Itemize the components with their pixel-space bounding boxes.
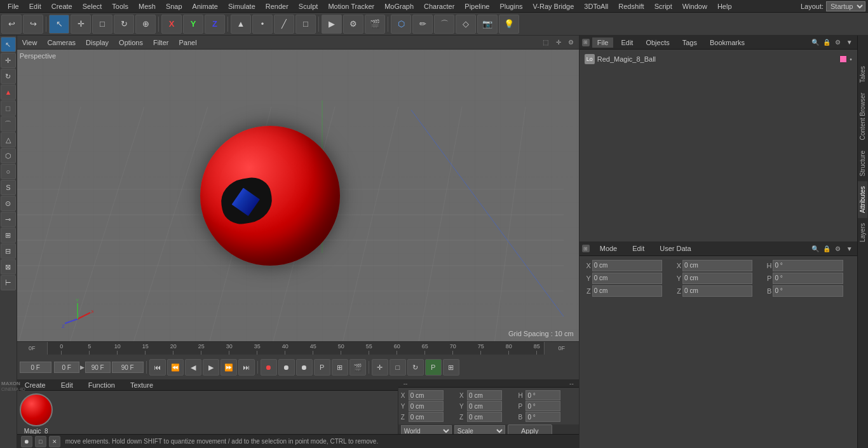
material-item[interactable]: Magic_8 [20, 393, 53, 435]
start-frame-input[interactable] [20, 362, 51, 373]
menu-select[interactable]: Select [78, 0, 107, 13]
attr-search-icon[interactable]: 🔍 [810, 243, 820, 254]
play-backward-button[interactable]: ◀ [185, 359, 201, 376]
sidebar-obj-btn[interactable]: ○ [1, 164, 16, 179]
scale-key-button[interactable]: □ [390, 359, 406, 376]
step-forward-button[interactable]: ⏩ [220, 359, 237, 376]
objects-tab-edit[interactable]: Edit [616, 37, 638, 48]
vtab-content-browser[interactable]: Content Browser [858, 88, 867, 145]
viewport-menu-display[interactable]: Display [83, 39, 111, 46]
x-size-input[interactable] [467, 390, 502, 400]
attr-y1-input[interactable] [592, 273, 662, 284]
menu-tools[interactable]: Tools [107, 0, 133, 13]
attr-settings-icon[interactable]: ⚙ [833, 243, 843, 254]
spline-tool-button[interactable]: ⌒ [434, 15, 454, 34]
total-frames-input[interactable] [112, 362, 144, 373]
camera-button[interactable]: 📷 [477, 15, 498, 34]
sidebar-select-btn[interactable]: ↖ [1, 37, 16, 52]
z-pos-input[interactable] [409, 412, 444, 422]
objects-collapse-icon[interactable]: ▼ [844, 37, 855, 48]
objects-tab-tags[interactable]: Tags [677, 37, 702, 48]
sidebar-mat-btn[interactable]: ⊠ [1, 259, 16, 275]
sidebar-triangle-btn[interactable]: ▲ [1, 85, 16, 100]
viewport[interactable]: View Cameras Display Options Filter Pane… [17, 36, 579, 341]
attr-tab-edit[interactable]: Edit [627, 243, 649, 254]
object-extra-dots[interactable]: • [850, 56, 852, 63]
objects-search-icon[interactable]: 🔍 [810, 37, 820, 48]
preview-button[interactable]: 🎬 [349, 359, 366, 376]
sidebar-move-btn[interactable]: ✛ [1, 53, 16, 68]
menu-file[interactable]: File [3, 0, 24, 13]
menu-mograph[interactable]: MoGraph [379, 0, 419, 13]
status-icon-record[interactable]: ⏺ [21, 436, 32, 447]
light-button[interactable]: 💡 [499, 15, 519, 34]
go-start-button[interactable]: ⏮ [149, 359, 166, 376]
attr-x1-input[interactable] [592, 260, 662, 271]
universal-button[interactable]: ⊕ [135, 15, 156, 34]
menu-render[interactable]: Render [261, 0, 294, 13]
z-axis-button[interactable]: Z [205, 15, 225, 34]
viewport-menu-filter[interactable]: Filter [151, 39, 171, 46]
cube-tool-button[interactable]: ⬡ [391, 15, 411, 34]
y-pos-input[interactable] [409, 401, 444, 411]
menu-sculpt[interactable]: Sculpt [294, 0, 323, 13]
playback-mode-button[interactable]: P [314, 359, 330, 376]
redo-button[interactable]: ↪ [23, 15, 43, 34]
point-mode-button[interactable]: • [252, 15, 273, 34]
bl-tab-edit[interactable]: Edit [56, 380, 78, 390]
attr-tab-userdata[interactable]: User Data [654, 243, 696, 254]
move-key-button[interactable]: ✛ [372, 359, 388, 376]
attr-y2-input[interactable] [682, 273, 752, 284]
bl-tab-texture[interactable]: Texture [125, 380, 158, 390]
sidebar-snap-btn[interactable]: ⊙ [1, 196, 16, 211]
sidebar-edge-btn[interactable]: ⌒ [1, 116, 16, 132]
viewport-menu-cameras[interactable]: Cameras [44, 39, 78, 46]
objects-tab-objects[interactable]: Objects [641, 37, 674, 48]
h-input[interactable] [526, 390, 560, 400]
menu-window[interactable]: Window [677, 0, 712, 13]
menu-edit[interactable]: Edit [24, 0, 46, 13]
menu-character[interactable]: Character [419, 0, 459, 13]
sidebar-grid-btn[interactable]: ⊞ [1, 227, 16, 243]
viewport-menu-options[interactable]: Options [116, 39, 146, 46]
sidebar-quad-btn[interactable]: ⊟ [1, 243, 16, 259]
menu-motion-tracker[interactable]: Motion Tracker [323, 0, 379, 13]
sidebar-brush-btn[interactable]: ⊸ [1, 212, 16, 227]
undo-button[interactable]: ↩ [1, 15, 22, 34]
rotate-key-button[interactable]: ↻ [407, 359, 424, 376]
viewport-menu-view[interactable]: View [20, 39, 40, 46]
vtab-layers[interactable]: Layers [858, 218, 867, 247]
viewport-move-icon[interactable]: ✛ [553, 37, 564, 48]
menu-redshift[interactable]: Redshift [613, 0, 649, 13]
x-pos-input[interactable] [409, 390, 444, 400]
render-button[interactable]: ⚙ [343, 15, 363, 34]
pos-key-button[interactable]: P [425, 359, 442, 376]
objects-settings-icon[interactable]: ⚙ [833, 37, 843, 48]
object-row[interactable]: Lo Red_Magic_8_Ball • [582, 52, 855, 66]
preview-start-input[interactable] [54, 362, 79, 373]
vtab-attributes[interactable]: Attributes [858, 181, 867, 218]
objects-tab-file[interactable]: File [592, 37, 614, 48]
sidebar-s-btn[interactable]: S [1, 180, 16, 195]
viewport-canvas[interactable]: Perspective [17, 50, 579, 341]
status-icon-window[interactable]: □ [35, 436, 46, 447]
material-thumbnail[interactable] [20, 393, 53, 426]
viewport-menu-panel[interactable]: Panel [176, 39, 199, 46]
object-color-dot[interactable] [839, 55, 847, 63]
layout-select[interactable]: Startup [826, 1, 865, 11]
menu-help[interactable]: Help [712, 0, 737, 13]
menu-simulate[interactable]: Simulate [223, 0, 261, 13]
all-keys-button[interactable]: ⊞ [443, 359, 459, 376]
y-axis-button[interactable]: Y [183, 15, 203, 34]
attr-p-input[interactable] [773, 273, 843, 284]
sidebar-extra-btn[interactable]: ⊢ [1, 275, 16, 290]
move-tool-button[interactable]: ✛ [71, 15, 91, 34]
viewport-maximize-icon[interactable]: ⬚ [541, 37, 551, 48]
p-input[interactable] [526, 401, 560, 411]
select-tool-button[interactable]: ↖ [49, 15, 69, 34]
auto-record-button[interactable]: ⏺ [278, 359, 295, 376]
record-button[interactable]: ⏺ [261, 359, 277, 376]
go-end-button[interactable]: ⏭ [238, 359, 255, 376]
z-size-input[interactable] [467, 412, 502, 422]
objects-lock-icon[interactable]: 🔒 [822, 37, 832, 48]
